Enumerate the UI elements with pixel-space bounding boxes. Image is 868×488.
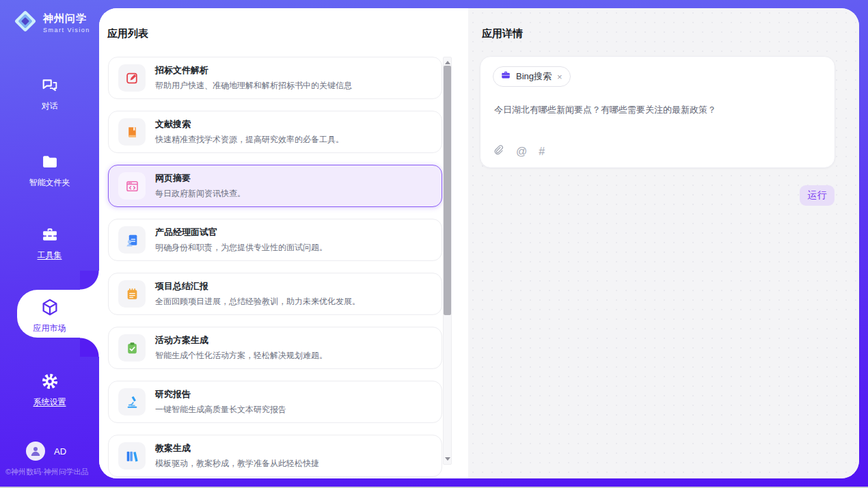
- app-card-desc: 明确身份和职责，为您提供专业性的面试问题。: [155, 242, 327, 254]
- copyright-footer: ©神州数码·神州问学出品: [5, 467, 89, 477]
- scroll-up-arrow-icon[interactable]: [445, 61, 450, 64]
- edit-document-icon: [118, 64, 146, 92]
- app-card-desc: 帮助用户快速、准确地理解和解析招标书中的关键信息: [155, 80, 352, 92]
- app-card-desc: 快速精准查找学术资源，提高研究效率的必备工具。: [155, 134, 344, 146]
- hash-icon[interactable]: #: [539, 146, 545, 157]
- sidebar-item-label: 应用市场: [0, 323, 99, 334]
- logo-title: 神州问学: [43, 12, 87, 24]
- app-window: { "app": { "logo_title": "神州问学", "logo_s…: [0, 0, 868, 488]
- run-button[interactable]: 运行: [800, 185, 835, 206]
- gear-icon: [0, 371, 99, 392]
- toolbox-icon: [0, 224, 99, 245]
- app-card-name: 产品经理面试官: [155, 226, 327, 239]
- app-card-name: 网页摘要: [155, 172, 245, 185]
- app-card-event-plan[interactable]: 活动方案生成 智能生成个性化活动方案，轻松解决规划难题。: [108, 327, 442, 369]
- app-card-name: 活动方案生成: [155, 334, 327, 347]
- app-list-panel: 应用列表 招标文件解析 帮助用户快速、准确地理解和解析招标书中的关键信息: [99, 8, 468, 478]
- tool-chip-bing-search[interactable]: Bing搜索 ×: [493, 66, 571, 87]
- app-list-title: 应用列表: [107, 27, 148, 40]
- app-card-name: 文献搜索: [155, 118, 344, 131]
- mention-icon[interactable]: @: [516, 146, 527, 157]
- app-detail-panel: 应用详情 Bing搜索 × 今日湖北有哪些新闻要点？有哪些需要关注的最新政策？: [468, 8, 859, 478]
- app-card-desc: 每日政府新闻资讯快查。: [155, 188, 245, 200]
- app-card-web-summary[interactable]: 网页摘要 每日政府新闻资讯快查。: [108, 165, 442, 207]
- user-name: AD: [54, 446, 66, 457]
- clipboard-check-icon: [118, 334, 146, 362]
- content-shell: 应用列表 招标文件解析 帮助用户快速、准确地理解和解析招标书中的关键信息: [99, 8, 859, 478]
- app-card-literature-search[interactable]: 文献搜索 快速精准查找学术资源，提高研究效率的必备工具。: [108, 111, 442, 153]
- close-icon[interactable]: ×: [556, 72, 563, 82]
- briefcase-icon: [500, 70, 511, 83]
- app-card-project-summary[interactable]: 项目总结汇报 全面回顾项目进展，总结经验教训，助力未来优化发展。: [108, 273, 442, 315]
- sidebar-item-settings[interactable]: 系统设置: [0, 371, 99, 408]
- app-detail-title: 应用详情: [482, 27, 523, 40]
- sidebar-item-toolset[interactable]: 工具集: [0, 224, 99, 261]
- app-card-name: 教案生成: [155, 442, 319, 455]
- composer-toolbar: @ #: [493, 144, 545, 159]
- attachment-icon[interactable]: [493, 144, 504, 159]
- sidebar-item-label: 工具集: [0, 249, 99, 261]
- app-card-desc: 全面回顾项目进展，总结经验教训，助力未来优化发展。: [155, 296, 360, 308]
- sidebar-item-label: 系统设置: [0, 396, 99, 408]
- user-icon: [29, 444, 42, 458]
- books-icon: [118, 442, 146, 470]
- app-card-desc: 模板驱动，教案秒成，教学准备从此轻松快捷: [155, 458, 319, 470]
- app-list-scrollbar[interactable]: [443, 57, 452, 465]
- app-logo: 神州问学 Smart Vision: [12, 8, 90, 37]
- chat-icon: [0, 75, 99, 96]
- interviewer-icon: [118, 226, 146, 254]
- scrollbar-thumb[interactable]: [444, 66, 451, 315]
- logo-text: 神州问学 Smart Vision: [43, 12, 90, 33]
- app-card-name: 项目总结汇报: [155, 280, 360, 293]
- app-card-list: 招标文件解析 帮助用户快速、准确地理解和解析招标书中的关键信息 文献搜索 快速精…: [108, 57, 442, 478]
- user-account[interactable]: AD: [26, 442, 66, 461]
- logo-subtitle: Smart Vision: [43, 27, 90, 33]
- app-card-desc: 一键智能生成高质量长文本研究报告: [155, 404, 286, 416]
- app-card-desc: 智能生成个性化活动方案，轻松解决规划难题。: [155, 350, 327, 362]
- app-card-name: 招标文件解析: [155, 64, 352, 77]
- folder-icon: [0, 152, 99, 172]
- cube-icon: [0, 297, 99, 318]
- book-icon: [118, 118, 146, 146]
- sidebar: 神州问学 Smart Vision 对话 智能文件夹: [0, 0, 99, 488]
- avatar: [26, 442, 45, 461]
- composer-card: Bing搜索 × 今日湖北有哪些新闻要点？有哪些需要关注的最新政策？ @ #: [480, 56, 835, 168]
- app-card-name: 研究报告: [155, 388, 286, 401]
- app-card-pm-interviewer[interactable]: 产品经理面试官 明确身份和职责，为您提供专业性的面试问题。: [108, 219, 442, 261]
- query-text[interactable]: 今日湖北有哪些新闻要点？有哪些需要关注的最新政策？: [494, 103, 822, 117]
- app-card-research-report[interactable]: 研究报告 一键智能生成高质量长文本研究报告: [108, 381, 442, 423]
- notepad-icon: [118, 280, 146, 308]
- logo-gem-icon: [12, 8, 38, 37]
- app-card-lesson-plan[interactable]: 教案生成 模板驱动，教案秒成，教学准备从此轻松快捷: [108, 435, 442, 477]
- scroll-down-arrow-icon[interactable]: [445, 457, 450, 461]
- tool-chip-label: Bing搜索: [516, 70, 552, 83]
- sidebar-item-label: 对话: [0, 100, 99, 112]
- app-card-bid-document-parse[interactable]: 招标文件解析 帮助用户快速、准确地理解和解析招标书中的关键信息: [108, 57, 442, 99]
- sidebar-item-label: 智能文件夹: [0, 177, 99, 189]
- microscope-icon: [118, 388, 146, 416]
- sidebar-item-app-market[interactable]: 应用市场: [0, 297, 99, 334]
- sidebar-item-chat[interactable]: 对话: [0, 75, 99, 112]
- sidebar-item-smart-folder[interactable]: 智能文件夹: [0, 152, 99, 189]
- browser-code-icon: [118, 172, 146, 200]
